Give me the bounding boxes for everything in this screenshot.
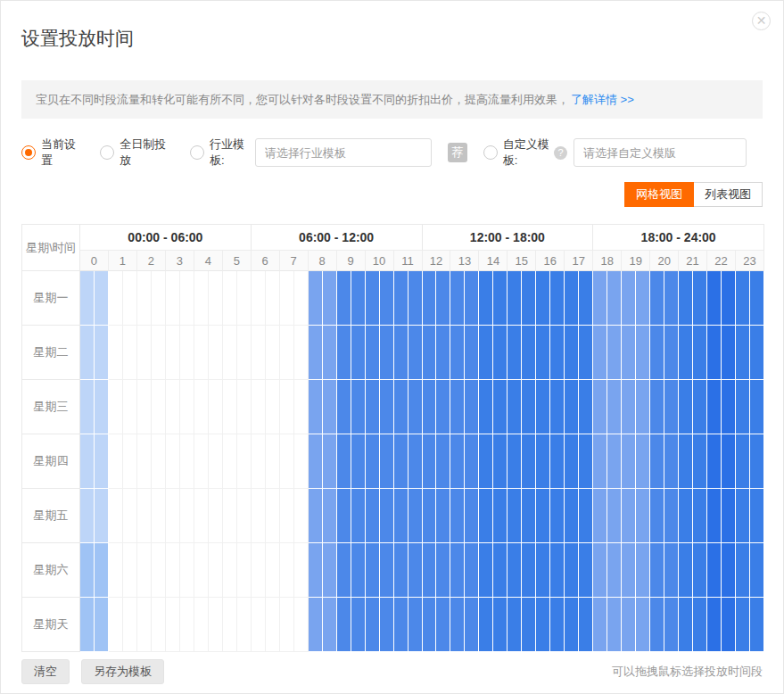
grid-cell[interactable] (266, 380, 280, 434)
grid-cell[interactable] (508, 434, 522, 489)
grid-cell[interactable] (337, 271, 351, 326)
grid-cell[interactable] (366, 543, 380, 598)
grid-cell[interactable] (679, 543, 693, 598)
grid-cell[interactable] (707, 598, 722, 652)
grid-cell[interactable] (622, 598, 636, 652)
grid-cell[interactable] (394, 326, 409, 380)
grid-cell[interactable] (664, 380, 679, 434)
grid-cell[interactable] (508, 380, 522, 434)
grid-cell[interactable] (493, 489, 508, 543)
grid-cell[interactable] (166, 543, 180, 598)
grid-cell[interactable] (209, 598, 223, 652)
grid-cell[interactable] (579, 380, 593, 434)
grid-cell[interactable] (252, 489, 266, 543)
grid-cell[interactable] (722, 380, 736, 434)
grid-cell[interactable] (650, 326, 664, 380)
grid-cell[interactable] (209, 489, 223, 543)
grid-cell[interactable] (607, 543, 622, 598)
grid-cell[interactable] (736, 271, 750, 326)
grid-cell[interactable] (366, 598, 380, 652)
grid-cell[interactable] (436, 434, 450, 489)
grid-cell[interactable] (508, 271, 522, 326)
grid-cell[interactable] (593, 380, 607, 434)
grid-cell[interactable] (109, 598, 123, 652)
grid-cell[interactable] (351, 489, 366, 543)
grid-cell[interactable] (223, 434, 237, 489)
grid-cell[interactable] (450, 326, 465, 380)
grid-cell[interactable] (152, 434, 166, 489)
grid-cell[interactable] (679, 598, 693, 652)
grid-cell[interactable] (137, 543, 152, 598)
grid-cell[interactable] (280, 271, 294, 326)
grid-cell[interactable] (409, 489, 423, 543)
grid-cell[interactable] (707, 326, 722, 380)
grid-cell[interactable] (123, 543, 137, 598)
grid-cell[interactable] (650, 598, 664, 652)
grid-cell[interactable] (593, 489, 607, 543)
grid-cell[interactable] (366, 271, 380, 326)
grid-cell[interactable] (479, 434, 493, 489)
grid-cell[interactable] (123, 380, 137, 434)
grid-cell[interactable] (209, 271, 223, 326)
grid-cell[interactable] (294, 434, 309, 489)
grid-cell[interactable] (237, 271, 252, 326)
grid-cell[interactable] (394, 489, 409, 543)
grid-cell[interactable] (423, 434, 437, 489)
grid-cell[interactable] (622, 380, 636, 434)
grid-cell[interactable] (80, 434, 95, 489)
grid-cell[interactable] (409, 598, 423, 652)
grid-cell[interactable] (736, 489, 750, 543)
grid-cell[interactable] (237, 380, 252, 434)
grid-cell[interactable] (423, 271, 437, 326)
grid-cell[interactable] (693, 380, 707, 434)
grid-cell[interactable] (693, 489, 707, 543)
grid-cell[interactable] (607, 434, 622, 489)
grid-cell[interactable] (223, 598, 237, 652)
grid-cell[interactable] (622, 543, 636, 598)
grid-cell[interactable] (522, 380, 536, 434)
grid-cell[interactable] (266, 434, 280, 489)
grid-cell[interactable] (123, 489, 137, 543)
grid-cell[interactable] (109, 271, 123, 326)
grid-cell[interactable] (622, 326, 636, 380)
grid-cell[interactable] (465, 271, 479, 326)
grid-cell[interactable] (607, 489, 622, 543)
grid-cell[interactable] (194, 271, 209, 326)
grid-cell[interactable] (266, 271, 280, 326)
custom-template-input[interactable] (574, 138, 747, 167)
grid-cell[interactable] (479, 271, 493, 326)
grid-cell[interactable] (137, 271, 152, 326)
grid-cell[interactable] (123, 598, 137, 652)
grid-cell[interactable] (266, 326, 280, 380)
grid-cell[interactable] (750, 434, 764, 489)
grid-cell[interactable] (237, 434, 252, 489)
grid-cell[interactable] (636, 434, 650, 489)
grid-cell[interactable] (380, 326, 394, 380)
grid-cell[interactable] (280, 326, 294, 380)
grid-cell[interactable] (722, 598, 736, 652)
grid-cell[interactable] (536, 326, 550, 380)
grid-cell[interactable] (323, 434, 337, 489)
grid-cell[interactable] (450, 271, 465, 326)
grid-cell[interactable] (409, 543, 423, 598)
tab-list-view[interactable]: 列表视图 (694, 182, 763, 207)
grid-cell[interactable] (95, 271, 109, 326)
grid-cell[interactable] (607, 598, 622, 652)
grid-cell[interactable] (223, 543, 237, 598)
grid-cell[interactable] (95, 434, 109, 489)
grid-cell[interactable] (579, 598, 593, 652)
grid-cell[interactable] (508, 598, 522, 652)
grid-cell[interactable] (109, 434, 123, 489)
grid-cell[interactable] (166, 380, 180, 434)
grid-cell[interactable] (152, 543, 166, 598)
grid-cell[interactable] (636, 598, 650, 652)
grid-cell[interactable] (80, 271, 95, 326)
grid-cell[interactable] (266, 489, 280, 543)
grid-cell[interactable] (323, 326, 337, 380)
grid-cell[interactable] (166, 434, 180, 489)
grid-cell[interactable] (593, 271, 607, 326)
grid-cell[interactable] (593, 543, 607, 598)
grid-cell[interactable] (493, 380, 508, 434)
grid-cell[interactable] (622, 489, 636, 543)
grid-cell[interactable] (707, 380, 722, 434)
